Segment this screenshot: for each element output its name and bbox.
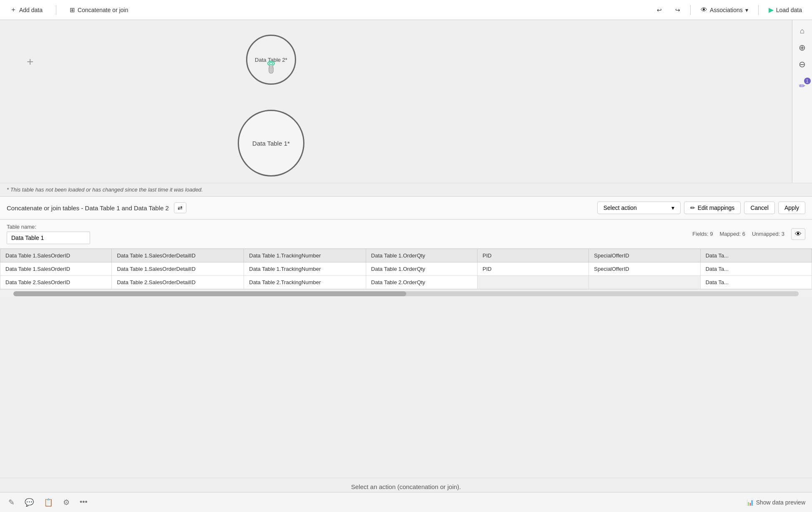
home-icon: ⌂: [800, 27, 804, 35]
gear-icon: ⚙: [63, 498, 70, 507]
cell-0-0: Data Table 1.SalesOrderID: [0, 262, 112, 276]
join-panel-title: Concatenate or join tables - Data Table …: [7, 204, 169, 212]
more-icon: •••: [80, 498, 88, 506]
apply-label: Apply: [784, 204, 799, 211]
add-data-icon: ＋: [10, 5, 17, 14]
cell-0-4: PID: [478, 262, 589, 276]
col-header-2: Data Table 1.TrackingNumber: [244, 249, 366, 262]
apply-button[interactable]: Apply: [778, 202, 805, 214]
add-node-button[interactable]: +: [25, 53, 35, 70]
bottom-info-text: Select an action (concatenation or join)…: [351, 483, 461, 490]
cell-1-4-empty: [478, 276, 589, 289]
eye-icon: 👁: [795, 230, 802, 237]
edit-mappings-pencil-icon: ✏: [690, 204, 695, 211]
main-content: + Data Table 2* Da: [0, 20, 812, 512]
zoom-in-button[interactable]: ⊕: [795, 40, 810, 55]
concatenate-icon: ⊞: [70, 6, 75, 14]
cell-1-5-empty: [589, 276, 700, 289]
toolbar-separator: [56, 5, 56, 15]
data-grid: Data Table 1.SalesOrderID Data Table 1.S…: [0, 249, 812, 289]
concatenate-join-label: Concatenate or join: [78, 7, 128, 13]
load-data-label: Load data: [776, 7, 802, 13]
undo-button[interactable]: ↩: [654, 5, 665, 15]
table-name-label: Table name:: [7, 224, 90, 230]
table-header-row: Data Table 1.SalesOrderID Data Table 1.S…: [0, 249, 812, 262]
cell-0-1: Data Table 1.SalesOrderDetailID: [112, 262, 244, 276]
svg-point-1: [269, 63, 273, 65]
bottom-action-bar: ✎ 💬 📋 ⚙ ••• 📊 Show data preview: [0, 492, 812, 512]
preview-toggle-button[interactable]: 👁: [791, 228, 805, 240]
col-header-5: SpecialOfferID: [589, 249, 700, 262]
cell-0-6: Data Ta...: [700, 262, 812, 276]
redo-button[interactable]: ↪: [672, 5, 684, 15]
join-panel-header: Concatenate or join tables - Data Table …: [0, 196, 812, 219]
cell-1-3: Data Table 2.OrderQty: [366, 276, 477, 289]
cancel-label: Cancel: [750, 204, 769, 211]
cancel-button[interactable]: Cancel: [744, 202, 775, 214]
toolbar-separator-2: [690, 5, 691, 15]
canvas-wrapper: + Data Table 2* Da: [0, 20, 812, 183]
associations-chevron-icon: ▾: [745, 7, 748, 13]
zoom-in-icon: ⊕: [799, 43, 806, 53]
data-table-1-node[interactable]: Data Table 1*: [238, 110, 304, 177]
show-preview-icon: 📊: [747, 499, 754, 506]
table-name-section: Table name: Fields: 9 Mapped: 6 Unmapped…: [0, 219, 812, 249]
clipboard-icon: 📋: [44, 498, 53, 507]
undo-icon: ↩: [657, 7, 662, 13]
select-action-chevron-icon: ▾: [671, 204, 674, 211]
join-panel-actions: Select action ▾ ✏ Edit mappings Cancel A…: [597, 202, 805, 214]
toolbar-separator-3: [758, 5, 759, 15]
cell-1-6: Data Ta...: [700, 276, 812, 289]
unmapped-count: Unmapped: 3: [752, 231, 784, 237]
data-table-1-label: Data Table 1*: [252, 140, 290, 147]
svg-point-0: [268, 61, 274, 66]
pencil-icon: ✎: [8, 498, 15, 507]
select-action-button[interactable]: Select action ▾: [597, 202, 681, 214]
table-name-input[interactable]: [7, 232, 90, 244]
load-data-button[interactable]: ▶ Load data: [765, 4, 805, 15]
horizontal-scrollbar[interactable]: [13, 291, 799, 296]
col-header-6: Data Ta...: [700, 249, 812, 262]
bottom-more-button[interactable]: •••: [78, 496, 89, 509]
home-button[interactable]: ⌂: [795, 23, 810, 38]
join-panel-title-container: Concatenate or join tables - Data Table …: [7, 202, 186, 213]
select-action-label: Select action: [603, 204, 637, 211]
col-header-0: Data Table 1.SalesOrderID: [0, 249, 112, 262]
concatenate-join-button[interactable]: ⊞ Concatenate or join: [66, 5, 131, 15]
redo-icon: ↪: [675, 7, 680, 13]
associations-button[interactable]: 👁 Associations ▾: [697, 5, 752, 15]
top-toolbar: ＋ Add data ⊞ Concatenate or join ↩ ↪ 👁 A…: [0, 0, 812, 20]
comment-icon: 💬: [25, 498, 34, 507]
col-header-4: PID: [478, 249, 589, 262]
col-header-1: Data Table 1.SalesOrderDetailID: [112, 249, 244, 262]
scrollbar-container[interactable]: [0, 290, 812, 298]
warning-text: * This table has not been loaded or has …: [0, 183, 812, 196]
bottom-pencil-button[interactable]: ✎: [7, 496, 16, 509]
bottom-comment-button[interactable]: 💬: [23, 496, 35, 509]
add-data-button[interactable]: ＋ Add data: [7, 4, 46, 16]
data-table-2-node[interactable]: Data Table 2*: [246, 35, 296, 85]
edit-mappings-button[interactable]: ✏ Edit mappings: [684, 202, 741, 214]
cell-0-5: SpecialOfferID: [589, 262, 700, 276]
zoom-out-icon: ⊖: [799, 59, 806, 69]
table-name-left: Table name:: [7, 224, 90, 244]
cell-1-0: Data Table 2.SalesOrderID: [0, 276, 112, 289]
fields-count: Fields: 9: [692, 231, 713, 237]
notification-badge: 1: [804, 78, 811, 84]
notification-container: ✏ 1: [795, 78, 810, 93]
add-data-label: Add data: [19, 7, 43, 13]
zoom-out-button[interactable]: ⊖: [795, 57, 810, 72]
associations-eye-icon: 👁: [701, 6, 707, 14]
data-grid-container[interactable]: Data Table 1.SalesOrderID Data Table 1.S…: [0, 249, 812, 290]
bottom-gear-button[interactable]: ⚙: [61, 496, 71, 509]
cursor-indicator: [265, 60, 277, 75]
swap-icon: ⇄: [178, 204, 183, 211]
show-data-preview-button[interactable]: 📊 Show data preview: [747, 499, 805, 506]
bottom-icons: ✎ 💬 📋 ⚙ •••: [7, 496, 89, 509]
associations-label: Associations: [710, 7, 743, 13]
right-tools-panel: ⌂ ⊕ ⊖ ✏ 1: [792, 20, 812, 183]
bottom-clipboard-button[interactable]: 📋: [42, 496, 55, 509]
cell-0-2: Data Table 1.TrackingNumber: [244, 262, 366, 276]
scrollbar-thumb[interactable]: [13, 291, 406, 296]
swap-button[interactable]: ⇄: [174, 202, 186, 213]
